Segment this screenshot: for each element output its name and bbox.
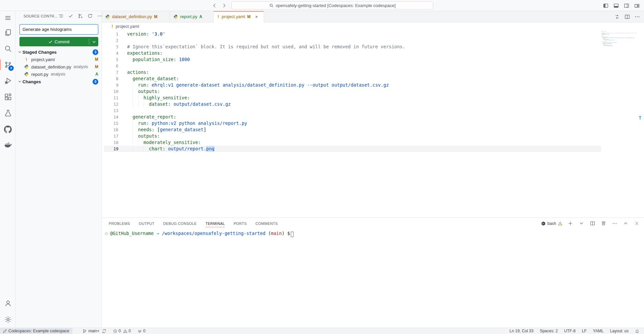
- commit-message-input[interactable]: [19, 24, 98, 35]
- view-and-sort-icon[interactable]: [57, 13, 64, 19]
- editor-group: dataset_definition.pyMreport.pyA!project…: [102, 11, 644, 218]
- run-debug-icon[interactable]: [0, 73, 16, 89]
- menu-icon[interactable]: [0, 11, 16, 25]
- code-line-1[interactable]: 1version: '3.0': [104, 31, 601, 37]
- editor-more-actions-icon[interactable]: [635, 14, 640, 19]
- scm-file-name: dataset_definition.py: [31, 64, 71, 69]
- tab-dataset_definition.py[interactable]: dataset_definition.pyM: [102, 11, 170, 22]
- indentation[interactable]: Spaces: 2: [539, 328, 558, 334]
- code-line-9[interactable]: 9 run: ehrql:v1 generate-dataset analysi…: [104, 82, 601, 88]
- code-line-13[interactable]: 13: [104, 107, 601, 114]
- scm-section-staged-changes[interactable]: Staged Changes3: [16, 48, 102, 56]
- code-line-6[interactable]: 6: [104, 63, 601, 69]
- close-icon[interactable]: ×: [254, 14, 259, 19]
- python-file-icon: [173, 14, 178, 19]
- split-terminal-icon[interactable]: [589, 220, 596, 227]
- terminal-dropdown-icon[interactable]: [578, 220, 585, 227]
- code-line-3[interactable]: 3# Ignore this`expectation` block. It is…: [104, 44, 601, 50]
- nav-forward-icon[interactable]: [222, 3, 227, 8]
- tab-git-status: A: [199, 14, 202, 19]
- code-text: dataset: output/dataset.csv.gz: [127, 101, 231, 107]
- testing-beaker-icon[interactable]: [0, 105, 16, 121]
- toggle-sidebar-icon[interactable]: [602, 2, 609, 9]
- commit-button-label: Commit: [55, 39, 70, 44]
- code-line-7[interactable]: 7actions:: [104, 69, 601, 76]
- branch-indicator[interactable]: main+: [82, 328, 107, 334]
- code-line-17[interactable]: 17 outputs:: [104, 133, 601, 139]
- close-panel-icon[interactable]: [633, 220, 640, 227]
- toggle-secondary-sidebar-icon[interactable]: [623, 2, 630, 9]
- language-mode[interactable]: YAML: [592, 328, 604, 334]
- tab-report.py[interactable]: report.pyA: [170, 11, 214, 22]
- create-branch-icon[interactable]: [77, 13, 84, 19]
- commit-dropdown-icon[interactable]: [92, 41, 96, 43]
- search-text: opensafely-getting-started [Codespaces: …: [276, 3, 396, 8]
- code-line-12[interactable]: 12 dataset: output/dataset.csv.gz: [104, 101, 601, 107]
- kill-terminal-icon[interactable]: [600, 220, 607, 227]
- cursor-position[interactable]: Ln 19, Col 33: [509, 328, 534, 334]
- code-line-5[interactable]: 5 population_size: 1000: [104, 56, 601, 63]
- code-line-16[interactable]: 16 needs: [generate_dataset]: [104, 127, 601, 133]
- code-editor[interactable]: 1version: '3.0'23# Ignore this`expectati…: [102, 30, 644, 218]
- command-center-search[interactable]: opensafely-getting-started [Codespaces: …: [231, 1, 433, 9]
- encoding[interactable]: UTF-8: [564, 328, 576, 334]
- terminal-warning-icon: [558, 221, 562, 226]
- refresh-icon[interactable]: [87, 13, 93, 19]
- panel-tab-debug-console[interactable]: DEBUG CONSOLE: [163, 218, 197, 229]
- scm-file-dataset_definition.py[interactable]: dataset_definition.pyanalysisM: [16, 63, 102, 70]
- source-control-icon[interactable]: 3: [0, 57, 16, 73]
- code-line-18[interactable]: 18 moderately_sensitive:: [104, 139, 601, 146]
- notifications-bell-icon[interactable]: [634, 328, 640, 334]
- panel-tab-comments[interactable]: COMMENTS: [256, 218, 278, 229]
- eol-sequence[interactable]: LF: [581, 328, 587, 334]
- breadcrumb[interactable]: ! project.yaml: [102, 22, 644, 30]
- panel-tab-ports[interactable]: PORTS: [233, 218, 247, 229]
- ports-indicator[interactable]: 0: [137, 328, 146, 334]
- commit-button[interactable]: Commit: [19, 37, 98, 46]
- toggle-panel-icon[interactable]: [612, 2, 620, 9]
- code-line-14[interactable]: 14 generate_report:: [104, 114, 601, 120]
- code-text: generate_report:: [127, 114, 176, 120]
- open-changes-icon[interactable]: [614, 14, 620, 19]
- docker-icon[interactable]: [0, 137, 16, 153]
- search-view-icon[interactable]: [0, 41, 16, 57]
- panel-tab-terminal[interactable]: TERMINAL: [205, 218, 225, 229]
- minimap[interactable]: version: '3.0'# Ignore this`expectation`…: [601, 31, 638, 217]
- code-line-19[interactable]: 19 chart: output/report.png: [104, 146, 601, 152]
- split-editor-icon[interactable]: [625, 14, 630, 19]
- overview-ruler-mark: T: [639, 115, 641, 121]
- code-line-4[interactable]: 4expectations:: [104, 50, 601, 56]
- code-text: highly_sensitive:: [127, 95, 190, 101]
- code-text: version: '3.0': [127, 31, 165, 37]
- panel-more-actions-icon[interactable]: [611, 220, 618, 227]
- scm-file-report.py[interactable]: report.pyanalysisA: [16, 70, 102, 78]
- maximize-panel-icon[interactable]: [622, 220, 629, 227]
- commit-check-icon[interactable]: [67, 13, 74, 19]
- account-icon[interactable]: [0, 295, 16, 312]
- terminal-shell-item[interactable]: bash: [541, 221, 562, 226]
- settings-gear-icon[interactable]: [0, 312, 16, 328]
- code-line-8[interactable]: 8 generate_dataset:: [104, 76, 601, 82]
- code-line-2[interactable]: 2: [104, 37, 601, 44]
- customize-layout-icon[interactable]: [633, 2, 641, 9]
- code-line-10[interactable]: 10 outputs:: [104, 88, 601, 95]
- panel-tab-problems[interactable]: PROBLEMS: [109, 218, 130, 229]
- bash-icon: [541, 221, 546, 226]
- scm-section-badge: 0: [93, 79, 98, 85]
- scm-section-changes[interactable]: Changes0: [16, 78, 102, 85]
- new-terminal-icon[interactable]: [567, 220, 574, 227]
- problems-indicator[interactable]: 0 0: [112, 328, 131, 334]
- explorer-icon[interactable]: [0, 25, 16, 41]
- scm-file-project.yaml[interactable]: !project.yamlM: [16, 56, 102, 63]
- code-text: generate_dataset:: [127, 76, 179, 82]
- tab-project.yaml[interactable]: !project.yamlM×: [214, 11, 264, 22]
- github-icon[interactable]: [0, 121, 16, 137]
- remote-indicator[interactable]: Codespaces: Example codespace: [0, 328, 72, 334]
- terminal-content[interactable]: @GitHub_Username → /workspaces/opensafel…: [102, 229, 644, 328]
- code-line-11[interactable]: 11 highly_sensitive:: [104, 95, 601, 101]
- code-line-15[interactable]: 15 run: python:v2 python analysis/report…: [104, 120, 601, 127]
- keyboard-layout[interactable]: Layout: us: [609, 328, 629, 334]
- nav-back-icon[interactable]: [212, 3, 217, 8]
- extensions-icon[interactable]: [0, 89, 16, 105]
- panel-tab-output[interactable]: OUTPUT: [139, 218, 155, 229]
